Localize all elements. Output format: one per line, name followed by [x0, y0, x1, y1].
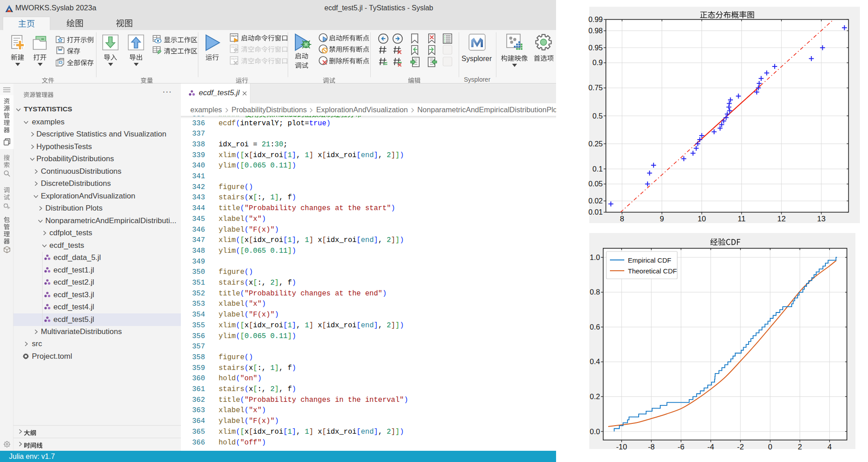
- svg-text:REPL: REPL: [231, 57, 238, 60]
- svg-text:REPL: REPL: [231, 35, 238, 37]
- svg-text:REPL: REPL: [231, 46, 238, 48]
